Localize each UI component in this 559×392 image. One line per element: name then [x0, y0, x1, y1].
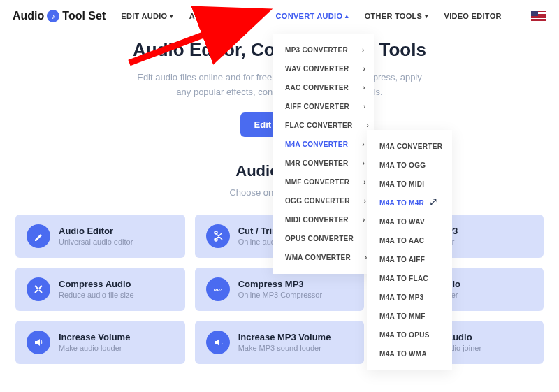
convert-menu-item[interactable]: MP3 CONVERTER› — [273, 41, 374, 59]
m4a-submenu-item[interactable]: M4A TO MIDI — [367, 175, 452, 194]
menu-label: AIFF CONVERTER — [285, 103, 349, 110]
menu-label: M4A TO WAV — [379, 218, 425, 226]
nav: EDIT AUDIO ▾ AUDIO EFFECTS ▾ CONVERT AUD… — [121, 12, 502, 20]
card-text: Compress MP3Online MP3 Compressor — [238, 279, 322, 299]
card-subtitle: Reduce audio file size — [59, 291, 134, 299]
menu-label: AAC CONVERTER — [285, 84, 349, 92]
convert-menu-item[interactable]: FLAC CONVERTER› — [273, 116, 374, 135]
convert-menu-item[interactable]: M4A CONVERTER› — [273, 135, 374, 154]
menu-label: FLAC CONVERTER — [285, 122, 352, 129]
convert-menu-item[interactable]: OPUS CONVERTER› — [273, 229, 374, 248]
logo-text-2: Tool Set — [62, 10, 106, 22]
m4a-submenu-item[interactable]: M4A TO FLAC — [367, 269, 452, 288]
menu-label: WAV CONVERTER — [285, 65, 349, 73]
menu-label: M4R CONVERTER — [285, 159, 349, 167]
card-text: Audio EditorUniversal audio editor — [59, 226, 133, 246]
convert-menu-item[interactable]: OGG CONVERTER› — [273, 191, 374, 210]
menu-label: M4A TO MIDI — [379, 180, 424, 188]
volume-icon — [27, 331, 50, 354]
nav-edit-audio[interactable]: EDIT AUDIO ▾ — [121, 12, 173, 20]
card-text: Increase VolumeMake audio louder — [59, 332, 130, 352]
nav-other-tools[interactable]: OTHER TOOLS ▾ — [365, 12, 429, 20]
menu-label: OPUS CONVERTER — [285, 235, 354, 242]
chevron-right-icon: › — [363, 159, 365, 167]
m4a-submenu-item[interactable]: M4A TO WAV — [367, 212, 452, 231]
m4a-submenu-item[interactable]: M4A TO MMF — [367, 307, 452, 326]
nav-audio-effects[interactable]: AUDIO EFFECTS ▾ — [189, 12, 261, 20]
menu-label: MP3 CONVERTER — [285, 46, 348, 54]
convert-menu-item[interactable]: AIFF CONVERTER› — [273, 97, 374, 116]
card-title: Compress MP3 — [238, 279, 322, 289]
tool-card[interactable]: +Increase MP3 VolumeMake MP3 sound loude… — [195, 321, 365, 364]
vol-mp3-icon: + — [206, 331, 230, 354]
menu-label: M4A TO AAC — [379, 237, 424, 245]
menu-label: M4A TO AIFF — [379, 256, 425, 263]
convert-menu-item[interactable]: MMF CONVERTER› — [273, 173, 374, 191]
m4a-submenu-item[interactable]: M4A TO MP3 — [367, 288, 452, 307]
chevron-up-icon: ▴ — [345, 13, 349, 20]
convert-menu-item[interactable]: MIDI CONVERTER› — [273, 210, 374, 229]
convert-menu-item[interactable]: M4R CONVERTER› — [273, 154, 374, 173]
m4a-submenu-item[interactable]: M4A TO AAC — [367, 231, 452, 250]
pencil-icon — [27, 224, 50, 248]
logo-text-1: Audio — [13, 10, 44, 22]
menu-label: MMF CONVERTER — [285, 178, 349, 186]
m4a-submenu-dropdown: M4A CONVERTERM4A TO OGGM4A TO MIDIM4A TO… — [367, 130, 452, 370]
logo-icon: ♪ — [47, 10, 59, 22]
menu-label: M4A TO WMA — [379, 350, 427, 358]
card-subtitle: Online MP3 Compressor — [238, 291, 322, 299]
nav-video-editor[interactable]: VIDEO EDITOR — [444, 12, 502, 20]
menu-label: M4A TO MMF — [379, 312, 426, 320]
tool-card[interactable]: Increase VolumeMake audio louder — [15, 321, 185, 364]
chevron-right-icon: › — [363, 216, 365, 224]
nav-label: VIDEO EDITOR — [444, 12, 502, 20]
chevron-right-icon: › — [366, 122, 369, 129]
m4a-submenu-item[interactable]: M4A TO AIFF — [367, 250, 452, 269]
tool-card[interactable]: Audio EditorUniversal audio editor — [15, 215, 185, 258]
convert-audio-dropdown: MP3 CONVERTER›WAV CONVERTER›AAC CONVERTE… — [273, 34, 374, 274]
card-title: Audio Editor — [59, 226, 133, 236]
menu-label: M4A TO MP3 — [379, 293, 424, 301]
card-text: Compress AudioReduce audio file size — [59, 279, 134, 299]
header: Audio ♪ Tool Set EDIT AUDIO ▾ AUDIO EFFE… — [0, 0, 559, 32]
tool-card[interactable]: Compress AudioReduce audio file size — [15, 268, 185, 311]
nav-label: EDIT AUDIO — [121, 12, 167, 20]
nav-label: OTHER TOOLS — [365, 12, 423, 20]
nav-label: CONVERT AUDIO — [276, 12, 343, 20]
convert-menu-item[interactable]: WMA CONVERTER› — [273, 248, 374, 267]
m4a-submenu-item[interactable]: M4A TO OPUS — [367, 326, 452, 344]
svg-text:MP3: MP3 — [213, 288, 222, 292]
language-flag-us[interactable] — [531, 11, 546, 21]
chevron-right-icon: › — [362, 46, 365, 54]
nav-convert-audio[interactable]: CONVERT AUDIO ▴ — [276, 12, 349, 20]
card-subtitle: Make audio louder — [59, 344, 130, 352]
mp3-icon: MP3 — [206, 277, 230, 301]
compress-icon — [27, 277, 50, 301]
menu-label: OGG CONVERTER — [285, 197, 350, 205]
m4a-submenu-item[interactable]: M4A CONVERTER — [367, 137, 452, 156]
m4a-submenu-item[interactable]: M4A TO WMA — [367, 344, 452, 363]
logo[interactable]: Audio ♪ Tool Set — [13, 10, 106, 22]
menu-label: M4A TO M4R — [379, 199, 424, 207]
card-subtitle: Universal audio editor — [59, 238, 133, 246]
nav-label: AUDIO EFFECTS — [189, 12, 254, 20]
m4a-submenu-item[interactable]: M4A TO OGG — [367, 156, 452, 175]
menu-label: M4A TO OGG — [379, 161, 426, 169]
m4a-submenu-item[interactable]: M4A TO M4R — [367, 194, 452, 212]
svg-text:+: + — [222, 342, 224, 345]
scissors-icon — [206, 224, 230, 248]
card-subtitle: Make MP3 sound louder — [238, 344, 331, 352]
chevron-down-icon: ▾ — [170, 13, 173, 20]
convert-menu-item[interactable]: AAC CONVERTER› — [273, 78, 374, 97]
card-title: Increase Volume — [59, 332, 130, 342]
card-text: Increase MP3 VolumeMake MP3 sound louder — [238, 332, 331, 352]
chevron-right-icon: › — [363, 178, 366, 186]
menu-label: WMA CONVERTER — [285, 254, 351, 261]
menu-label: M4A CONVERTER — [285, 140, 348, 148]
menu-label: M4A CONVERTER — [379, 143, 442, 150]
convert-menu-item[interactable]: WAV CONVERTER› — [273, 59, 374, 78]
chevron-right-icon: › — [363, 103, 366, 110]
menu-label: M4A TO FLAC — [379, 275, 428, 282]
chevron-right-icon: › — [363, 65, 366, 73]
chevron-down-icon: ▾ — [425, 13, 428, 20]
